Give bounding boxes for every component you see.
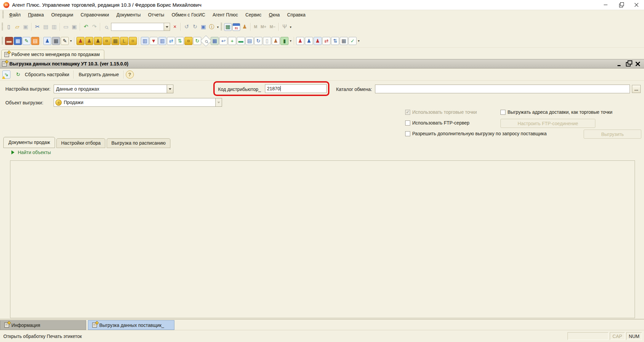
tab-filter-settings[interactable]: Настройки отбора xyxy=(56,138,105,148)
export-data-button[interactable]: Выгрузить данные xyxy=(75,70,122,79)
monitor-export-icon[interactable]: ▦ xyxy=(211,37,219,45)
import-arrows-icon[interactable]: ⇄ xyxy=(167,37,175,45)
restore-button[interactable] xyxy=(613,0,629,10)
registers-caret-icon[interactable]: ▾ xyxy=(69,39,73,43)
tab-sales-documents[interactable]: Документы продаж xyxy=(3,137,55,148)
report-table-icon[interactable]: ▦ xyxy=(14,37,22,45)
exchange-table-icon[interactable]: ▦ xyxy=(340,37,348,45)
sync-icon[interactable]: ↻ xyxy=(193,37,201,45)
coin-warehouse-icon[interactable]: ▦ xyxy=(111,37,119,45)
exchange-users-red-icon[interactable]: ♟ xyxy=(296,37,304,45)
export-mark-icon[interactable]: ▼ xyxy=(150,37,158,45)
checkbox-box[interactable] xyxy=(405,120,410,126)
toolbar-grip[interactable] xyxy=(221,23,222,31)
service-settings-icon[interactable]: Ψ xyxy=(281,23,288,31)
help-icon[interactable]: ? xyxy=(126,70,134,79)
exchange-users-blue-icon[interactable]: ♟ xyxy=(305,37,313,45)
nav-forward-icon[interactable]: ↻ xyxy=(191,23,199,31)
menu-item-gosis-exchange[interactable]: Обмен с ГосИС xyxy=(168,11,209,19)
edit-document-icon[interactable]: ✎ xyxy=(22,37,31,45)
document-refresh-icon[interactable]: ↻ xyxy=(254,37,262,45)
cash-register-icon[interactable]: ▦ xyxy=(52,37,60,45)
reset-settings-button[interactable]: ↻ Сбросить настройки xyxy=(11,69,72,80)
tab-information[interactable]: Информация xyxy=(0,320,86,330)
tab-workspace-sales-manager[interactable]: Рабочее место менеджера по продажам xyxy=(1,50,104,59)
copy-icon[interactable]: ▤ xyxy=(42,23,50,31)
info-caret-icon[interactable]: ▾ xyxy=(216,25,220,29)
cart-icon[interactable]: ▥ xyxy=(141,37,149,45)
calculator-icon[interactable]: ▦ xyxy=(224,23,232,31)
menu-item-operations[interactable]: Операции xyxy=(48,11,77,19)
checkbox-delivery-addresses[interactable]: Выгружать адреса доставки, как торговые … xyxy=(500,109,612,115)
toolbar-grip[interactable] xyxy=(2,23,3,31)
service-caret-icon[interactable]: ▾ xyxy=(289,25,292,29)
search-dropdown-button[interactable] xyxy=(164,23,170,31)
find-document-icon[interactable]: ϙ xyxy=(200,35,212,47)
sales-rep-icon[interactable]: ♟ xyxy=(76,37,85,45)
print-icon[interactable]: ▭ xyxy=(62,23,70,31)
settings-dropdown-button[interactable] xyxy=(167,85,173,93)
exchange-settings-icon[interactable]: ⇅ xyxy=(331,37,339,45)
settings-combobox[interactable]: Данные о продажах xyxy=(54,85,173,93)
checkbox-use-ftp[interactable]: Использовать FTP-сервер xyxy=(405,120,470,126)
undo-icon[interactable]: ↶ xyxy=(82,23,90,31)
memory-icon[interactable]: M xyxy=(253,23,259,31)
cart-export-icon[interactable]: ▥ xyxy=(158,37,166,45)
menu-item-reports[interactable]: Отчеты xyxy=(144,11,168,19)
windows-list-icon[interactable]: ▣ xyxy=(200,23,207,31)
menu-item-agent-plus[interactable]: Агент Плюс xyxy=(209,11,242,19)
results-panel[interactable] xyxy=(10,160,635,318)
agent-caret-icon[interactable]: ▾ xyxy=(289,39,292,43)
exchange-check-icon[interactable]: ✓ xyxy=(348,37,357,45)
info-icon[interactable]: ⓘ xyxy=(208,23,216,31)
print-preview-icon[interactable]: ▣ xyxy=(70,23,78,31)
sales-rep-doc-icon[interactable]: ♟ xyxy=(85,37,93,45)
memory-plus-icon[interactable]: M+ xyxy=(259,23,268,31)
child-close-button[interactable] xyxy=(633,60,642,67)
coins-column-icon[interactable]: ¤ xyxy=(184,37,193,45)
export-arrows-icon[interactable]: ⇅ xyxy=(176,37,184,45)
calendar-icon[interactable]: 31 xyxy=(232,23,240,31)
orange-journal-icon[interactable]: ▤ xyxy=(31,37,39,45)
sales-journal-icon[interactable]: ▬ xyxy=(5,37,13,45)
redo-icon[interactable]: ↷ xyxy=(91,23,98,31)
exchange-users-pair-icon[interactable]: ♟ xyxy=(314,37,322,45)
exchange-catalog-input[interactable] xyxy=(375,85,630,93)
coins-icon[interactable]: ¤ xyxy=(129,37,137,45)
clear-search-icon[interactable]: × xyxy=(171,23,179,31)
exchange-caret-icon[interactable]: ▾ xyxy=(357,39,361,43)
menu-item-service[interactable]: Сервис xyxy=(241,11,265,19)
edit-person-icon[interactable]: ✎ xyxy=(61,37,69,45)
toolbar-grip[interactable] xyxy=(2,37,3,45)
checkbox-box[interactable] xyxy=(500,110,505,115)
tab-scheduled-export[interactable]: Выгрузка по расписанию xyxy=(107,138,170,148)
new-document-icon[interactable]: ▯ xyxy=(5,23,13,31)
child-restore-button[interactable] xyxy=(624,60,633,67)
export-object-combobox[interactable]: ¤ Продажи xyxy=(54,98,222,107)
minimize-button[interactable] xyxy=(598,0,613,10)
distributor-code-input[interactable]: 21870 xyxy=(265,84,327,93)
coin-icon[interactable]: ¤ xyxy=(103,37,111,45)
document-return-icon[interactable]: ↩ xyxy=(219,37,227,45)
terminal-icon[interactable]: ▮ xyxy=(280,37,288,45)
menu-item-documents[interactable]: Документы xyxy=(113,11,144,19)
find-objects-expander[interactable]: Найти объекты xyxy=(11,150,51,155)
menu-item-file[interactable]: Файл xyxy=(5,11,24,19)
tab-supplier-export[interactable]: Выгрузка данных поставщик_ xyxy=(88,320,174,330)
browse-button[interactable]: ... xyxy=(632,85,641,93)
sales-rep-alt-icon[interactable]: ♟ xyxy=(94,37,102,45)
menu-item-windows[interactable]: Окна xyxy=(265,11,283,19)
memory-minus-icon[interactable]: M− xyxy=(268,23,277,31)
document-copy-icon[interactable]: ▤ xyxy=(246,37,254,45)
save-icon[interactable]: ▣ xyxy=(22,23,30,31)
counterparties-icon[interactable]: ♟ xyxy=(43,37,51,45)
menu-item-edit[interactable]: Правка xyxy=(24,11,47,19)
menu-item-help[interactable]: Справка xyxy=(283,11,309,19)
nav-back-icon[interactable]: ↺ xyxy=(183,23,191,31)
find-icon[interactable]: ϙ xyxy=(101,21,112,33)
menubar-grip[interactable] xyxy=(2,11,4,19)
document-blank-icon[interactable]: ▯ xyxy=(263,37,271,45)
reset-refresh-icon[interactable]: ↻ xyxy=(14,70,22,79)
coin-corner-icon[interactable]: L xyxy=(120,37,128,45)
cut-icon[interactable]: ✂ xyxy=(34,23,41,31)
